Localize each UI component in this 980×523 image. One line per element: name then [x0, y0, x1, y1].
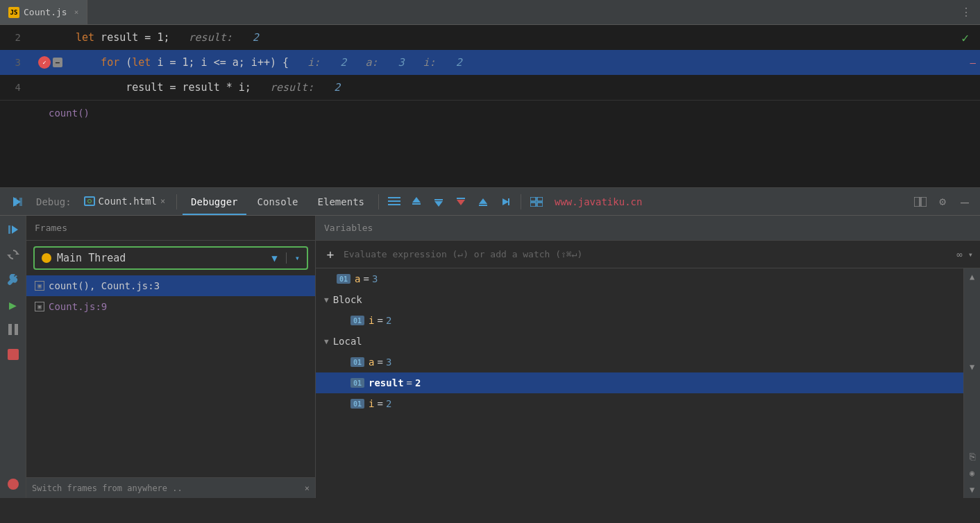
settings-button[interactable]: ⚙	[933, 192, 952, 212]
svg-rect-15	[530, 203, 536, 207]
var-section-local[interactable]: ▼ Local	[316, 331, 963, 352]
html-file-icon	[84, 196, 95, 206]
variables-panel: Variables + Evaluate expression (↵) or a…	[316, 216, 980, 498]
debug-main-panel: ▶ Frames	[0, 216, 980, 498]
frames-button[interactable]	[385, 192, 404, 212]
var-row-result-local[interactable]: 01 result = 2	[316, 372, 963, 393]
tab-bar: JS Count.js × ⋮	[0, 0, 980, 25]
frame-icon-1: ▣	[35, 302, 44, 311]
code-content-4: result = result * i; result: 2	[73, 81, 980, 94]
pink-dash-3: —	[970, 57, 976, 68]
var-badge-i-local: 01	[350, 399, 364, 409]
copy-button[interactable]: ⎘	[964, 448, 981, 465]
debug-tab-close[interactable]: ×	[160, 196, 165, 206]
var-val-a-local: 3	[386, 357, 391, 368]
run-to-cursor-button[interactable]	[496, 192, 515, 212]
line-number-3: 3	[0, 57, 28, 68]
side-wrench-button[interactable]	[5, 271, 22, 288]
code-content-3: for (let i = 1; i <= a; i++) { i: 2 a: 3…	[73, 56, 980, 69]
run-to-cursor-icon	[499, 196, 512, 208]
dropdown-arrow-icon[interactable]: ▾	[295, 253, 300, 263]
svg-marker-9	[479, 198, 487, 204]
svg-rect-4	[412, 203, 421, 205]
expression-table-button[interactable]	[527, 192, 546, 212]
svg-rect-21	[8, 324, 12, 335]
side-record-button[interactable]	[5, 476, 22, 492]
js-file-icon: JS	[8, 7, 19, 18]
add-watch-button[interactable]: +	[323, 247, 338, 262]
eye-button[interactable]: ◉	[964, 465, 981, 481]
minus-breakpoint-3[interactable]: −	[53, 58, 62, 67]
side-play-button[interactable]: ▶	[5, 296, 22, 313]
checkmark-icon-2: ✓	[961, 31, 969, 45]
frames-header-label: Frames	[35, 223, 67, 233]
var-eq-result-local: =	[407, 377, 412, 388]
tab-debugger-label: Debugger	[191, 196, 237, 207]
watch-dropdown-arrow[interactable]: ▾	[968, 250, 973, 259]
step-over-icon	[432, 196, 445, 208]
code-content-2: let result = 1; result: 2	[73, 31, 980, 44]
status-text: Switch frames from anywhere ..	[32, 483, 183, 493]
local-toggle-icon[interactable]: ▼	[324, 337, 329, 346]
file-tab[interactable]: JS Count.js ×	[0, 0, 87, 24]
var-section-block[interactable]: ▼ Block	[316, 289, 963, 310]
toolbar-separator-3	[521, 194, 521, 209]
side-stop-icon	[8, 349, 19, 360]
side-resume-button[interactable]	[5, 221, 22, 238]
block-toggle-icon[interactable]: ▼	[324, 295, 329, 305]
step-out-button[interactable]	[473, 192, 493, 212]
filter-icon[interactable]: ▼	[271, 252, 277, 264]
svg-marker-5	[434, 201, 443, 207]
side-stop-button[interactable]	[5, 346, 22, 363]
frame-item-1[interactable]: ▣ Count.js:9	[26, 296, 315, 317]
tab-filename: Count.js	[24, 7, 67, 17]
tab-elements[interactable]: Elements	[310, 188, 373, 215]
var-eq-a-top: =	[363, 273, 369, 284]
tab-more-button[interactable]: ⋮	[961, 6, 980, 19]
tab-elements-label: Elements	[318, 196, 364, 207]
tab-console-label: Console	[257, 196, 298, 207]
svg-rect-14	[537, 197, 543, 201]
layout-icon	[914, 197, 927, 207]
svg-rect-0	[388, 197, 400, 198]
step-into-button[interactable]	[451, 192, 471, 212]
scroll-down-button[interactable]: ▼	[964, 359, 981, 375]
svg-marker-11	[502, 198, 509, 205]
var-row-a-top: 01 a = 3	[316, 268, 963, 289]
var-badge-i-block: 01	[350, 316, 364, 325]
main-thread-box[interactable]: Main Thread ▼ ▾	[33, 246, 308, 270]
callstack-label: count()	[49, 108, 90, 119]
block-section-label: Block	[333, 294, 362, 305]
layout-button[interactable]	[911, 192, 930, 212]
svg-marker-3	[412, 197, 421, 203]
variables-panel-inner: 01 a = 3 ▼ Block 01 i = 2	[316, 268, 980, 498]
side-record-icon	[8, 479, 19, 490]
tab-close-button[interactable]: ×	[74, 8, 79, 17]
frame-item-0[interactable]: ▣ count(), Count.js:3	[26, 275, 315, 296]
step-out-frames-button[interactable]	[407, 192, 426, 212]
step-over-button[interactable]	[429, 192, 448, 212]
side-pause-button[interactable]	[5, 321, 22, 338]
minimize-button[interactable]: —	[955, 192, 974, 212]
callstack-hint: count()	[0, 100, 980, 125]
frames-content: Frames Main Thread ▼ ▾ ▣ count(), Count.…	[26, 216, 315, 498]
debug-resume-side-icon	[6, 189, 31, 214]
step-out-icon	[477, 196, 489, 208]
status-close-button[interactable]: ×	[305, 483, 310, 493]
toolbar-separator-2	[378, 194, 379, 209]
watch-input[interactable]: Evaluate expression (↵) or add a watch (…	[344, 249, 951, 259]
var-badge-a-top: 01	[337, 274, 350, 284]
tab-debugger[interactable]: Debugger	[183, 188, 246, 215]
main-thread-label: Main Thread	[57, 252, 266, 264]
svg-rect-18	[921, 197, 927, 207]
scroll-down-2-button[interactable]: ▼	[964, 481, 981, 498]
svg-rect-22	[15, 324, 18, 335]
var-name-i-local: i	[369, 398, 374, 409]
svg-marker-19	[15, 252, 19, 255]
breakpoint-icon-3[interactable]: ✓	[38, 56, 51, 69]
local-section-label: Local	[333, 336, 362, 347]
tab-console[interactable]: Console	[249, 188, 307, 215]
scroll-up-button[interactable]: ▲	[964, 268, 981, 285]
side-refresh-button[interactable]	[5, 246, 22, 263]
debug-file-tab[interactable]: Count.html ×	[78, 188, 171, 215]
